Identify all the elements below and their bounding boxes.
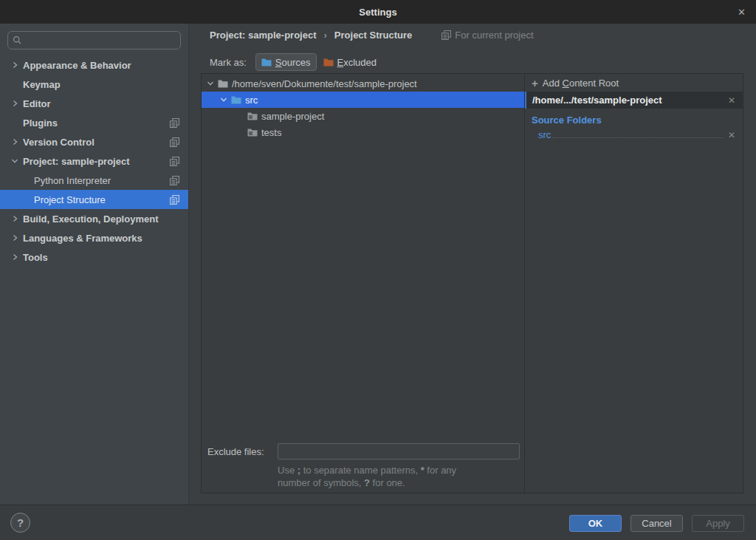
source-folder-name: src <box>538 129 551 140</box>
breadcrumb-project[interactable]: Project: sample-project <box>210 30 317 41</box>
exclude-files-block: Exclude files: Use ; to separate name pa… <box>207 443 520 489</box>
sidebar-item-appearance-behavior[interactable]: Appearance & Behavior <box>0 55 188 75</box>
sidebar-item-label: Editor <box>23 98 51 109</box>
per-project-icon <box>170 176 179 185</box>
mark-excluded-button[interactable]: Excluded <box>318 53 382 71</box>
remove-content-root-icon[interactable]: ✕ <box>726 95 737 106</box>
sidebar-item-plugins[interactable]: Plugins <box>0 113 188 132</box>
sidebar-item-project-structure[interactable]: Project Structure <box>0 190 188 209</box>
per-project-icon <box>441 30 451 40</box>
sidebar-item-editor[interactable]: Editor <box>0 94 188 113</box>
add-content-root-button[interactable]: + Add Content Root <box>525 75 743 92</box>
titlebar: Settings ✕ <box>0 0 756 24</box>
mark-as-toolbar: Mark as: Sources Excluded <box>210 53 382 71</box>
plus-icon: + <box>532 77 538 89</box>
sidebar-item-label: Build, Execution, Deployment <box>23 213 158 225</box>
chevron-right-icon <box>10 233 19 242</box>
sidebar-item-python-interpreter[interactable]: Python Interpreter <box>0 171 188 190</box>
sidebar-item-label: Version Control <box>23 137 94 148</box>
settings-nav: Appearance & Behavior Keymap Editor Plug… <box>0 55 188 267</box>
folder-icon <box>218 79 228 88</box>
source-folder-icon <box>231 95 241 104</box>
dialog-title: Settings <box>359 7 396 18</box>
sidebar-item-label: Project Structure <box>34 194 106 205</box>
chevron-right-icon <box>10 61 19 69</box>
dotted-leader <box>552 137 724 138</box>
chevron-right-icon <box>10 253 19 262</box>
source-folders-title: Source Folders <box>525 109 743 128</box>
chevron-right-icon <box>10 137 19 146</box>
mark-sources-button[interactable]: Sources <box>255 53 317 71</box>
tree-row-tests[interactable]: tests <box>202 124 524 140</box>
per-project-icon <box>170 118 179 128</box>
per-project-icon <box>170 137 179 147</box>
tree-row-src[interactable]: src <box>202 92 524 108</box>
settings-sidebar: Appearance & Behavior Keymap Editor Plug… <box>0 24 189 505</box>
sources-folder-icon <box>261 58 272 66</box>
content-root-pane: + Add Content Root /home/.../test/sample… <box>525 74 743 493</box>
tree-row-label: tests <box>261 127 281 138</box>
mark-as-label: Mark as: <box>210 57 247 68</box>
close-icon[interactable]: ✕ <box>738 0 746 24</box>
sidebar-item-project-sample-project[interactable]: Project: sample-project <box>0 151 188 171</box>
main-panel: Project: sample-project › Project Struct… <box>189 24 756 505</box>
chevron-right-icon <box>10 214 19 223</box>
chevron-down-icon <box>10 157 19 165</box>
search-icon <box>13 35 22 45</box>
search-input[interactable] <box>26 35 176 46</box>
cancel-button[interactable]: Cancel <box>630 515 683 532</box>
sidebar-item-label: Keymap <box>23 79 61 90</box>
breadcrumb-project-structure[interactable]: Project Structure <box>334 30 412 41</box>
excluded-folder-icon <box>323 58 334 66</box>
tree-row-sample-project[interactable]: sample-project <box>202 108 524 124</box>
dialog-footer: ? OK Cancel Apply <box>0 505 756 540</box>
content-tree-pane: /home/sven/Dokumente/test/sample-project… <box>202 74 525 493</box>
folder-icon <box>247 128 258 137</box>
exclude-files-input[interactable] <box>278 443 520 459</box>
content-root-row[interactable]: /home/.../test/sample-project ✕ <box>525 92 743 109</box>
per-project-icon <box>170 157 179 166</box>
tree-row-label: /home/sven/Dokumente/test/sample-project <box>232 78 417 89</box>
ok-button[interactable]: OK <box>569 515 622 532</box>
sidebar-item-version-control[interactable]: Version Control <box>0 132 188 151</box>
remove-source-folder-icon[interactable]: ✕ <box>726 130 737 140</box>
scope-note-label: For current project <box>455 30 533 41</box>
chevron-down-icon <box>219 95 228 104</box>
add-content-root-label: Add Content Root <box>543 78 619 89</box>
sidebar-item-label: Plugins <box>23 117 58 129</box>
tree-row-label: sample-project <box>261 111 324 122</box>
mark-sources-label: Sources <box>275 57 311 68</box>
structure-panes: /home/sven/Dokumente/test/sample-project… <box>201 73 743 493</box>
breadcrumb-separator: › <box>324 30 327 41</box>
sidebar-item-label: Project: sample-project <box>23 156 130 167</box>
source-folder-row-src[interactable]: src ✕ <box>525 128 743 142</box>
content-root-path: /home/.../test/sample-project <box>532 95 726 106</box>
sidebar-item-label: Tools <box>23 252 48 263</box>
folder-icon <box>247 112 258 120</box>
per-project-icon <box>170 195 179 205</box>
settings-dialog: Settings ✕ Appearance & Behavior Keymap <box>0 0 756 540</box>
sidebar-item-keymap[interactable]: Keymap <box>0 75 188 94</box>
exclude-files-label: Exclude files: <box>207 446 278 457</box>
mark-excluded-label: Excluded <box>337 57 377 68</box>
tree-row-label: src <box>245 95 258 106</box>
tree-row-content-root[interactable]: /home/sven/Dokumente/test/sample-project <box>202 75 524 92</box>
sidebar-item-languages-frameworks[interactable]: Languages & Frameworks <box>0 228 188 247</box>
sidebar-item-label: Languages & Frameworks <box>23 233 142 244</box>
sidebar-item-label: Python Interpreter <box>34 175 111 186</box>
sidebar-item-label: Appearance & Behavior <box>23 60 131 71</box>
apply-button[interactable]: Apply <box>692 515 744 532</box>
sidebar-item-build-execution-deployment[interactable]: Build, Execution, Deployment <box>0 209 188 228</box>
scope-note: For current project <box>441 30 533 41</box>
exclude-files-hint: Use ; to separate name patterns, * for a… <box>278 464 520 489</box>
breadcrumb: Project: sample-project › Project Struct… <box>210 30 534 41</box>
sidebar-item-tools[interactable]: Tools <box>0 247 188 267</box>
help-button[interactable]: ? <box>10 513 30 533</box>
chevron-right-icon <box>10 99 19 108</box>
chevron-down-icon <box>206 79 215 88</box>
search-box[interactable] <box>7 31 181 49</box>
